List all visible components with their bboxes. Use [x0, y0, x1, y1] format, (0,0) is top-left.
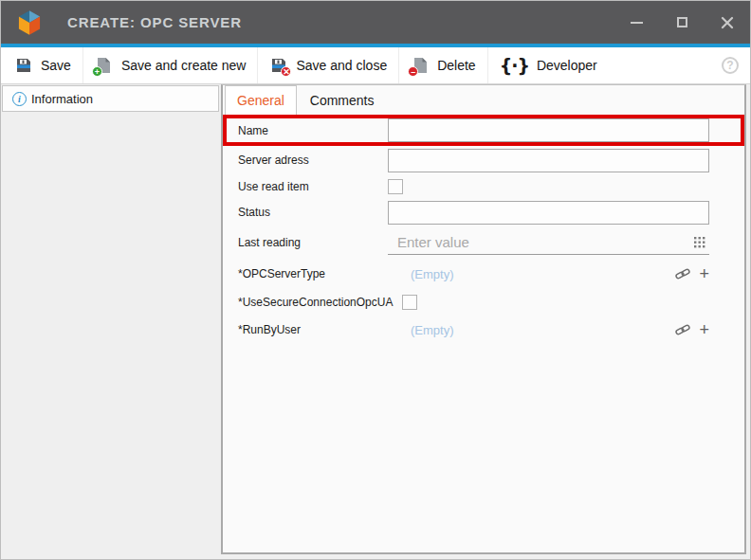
tab-comments[interactable]: Comments — [297, 85, 388, 115]
minimize-icon — [631, 22, 643, 24]
developer-label: Developer — [537, 58, 597, 73]
developer-icon: {·} — [500, 55, 529, 76]
opcservertype-value[interactable]: (Empty) — [388, 267, 454, 281]
value-picker-grid-icon[interactable] — [694, 237, 705, 248]
field-row-use-read-item: Use read item — [223, 174, 744, 198]
field-row-last-reading: Last reading — [223, 226, 744, 258]
runbyuser-value[interactable]: (Empty) — [388, 323, 454, 337]
close-badge-icon: ✕ — [281, 66, 291, 77]
save-label: Save — [41, 58, 71, 73]
field-row-server-adress: Server adress — [223, 146, 744, 174]
last-reading-input[interactable] — [388, 230, 709, 255]
field-label: Status — [238, 206, 388, 219]
field-row-runbyuser: *RunByUser (Empty) — [223, 314, 744, 346]
field-label: Name — [238, 124, 388, 137]
delete-button[interactable]: – Delete — [399, 47, 487, 83]
link-reference-icon[interactable] — [675, 323, 690, 336]
save-and-close-button[interactable]: ✕ Save and close — [258, 47, 399, 83]
toolbar: Save + Save and create new ✕ — [1, 47, 750, 84]
minus-badge-icon: – — [408, 66, 418, 77]
field-row-status: Status — [223, 198, 744, 226]
field-label: *OPCServerType — [238, 267, 388, 280]
field-label: Use read item — [238, 180, 388, 193]
tab-general-label: General — [237, 93, 284, 108]
field-row-usesecureconnectionopcua: *UseSecureConnectionOpcUA — [223, 290, 744, 314]
maximize-icon — [677, 17, 687, 27]
server-adress-input[interactable] — [388, 149, 709, 172]
save-button[interactable]: Save — [3, 47, 83, 83]
usesecureconnectionopcua-checkbox[interactable] — [402, 295, 417, 310]
field-row-name: Name — [223, 115, 744, 146]
save-icon — [14, 56, 33, 75]
minimize-button[interactable] — [614, 1, 659, 44]
help-button[interactable]: ? — [722, 57, 739, 74]
field-label: Last reading — [238, 236, 388, 249]
help-icon: ? — [726, 59, 733, 72]
developer-button[interactable]: {·} Developer — [488, 47, 609, 83]
titlebar: CREATE: OPC SERVER — [1, 1, 750, 44]
maximize-button[interactable] — [659, 1, 705, 44]
save-and-create-new-icon: + — [95, 56, 114, 75]
save-and-create-new-label: Save and create new — [121, 58, 247, 73]
app-logo-icon — [16, 9, 43, 36]
close-icon — [721, 16, 734, 29]
add-reference-icon[interactable]: + — [699, 265, 709, 282]
tab-bar: General Comments — [223, 85, 744, 115]
save-and-close-label: Save and close — [296, 58, 387, 73]
info-icon: i — [12, 92, 27, 106]
close-button[interactable] — [705, 1, 750, 44]
plus-badge-icon: + — [92, 66, 102, 77]
status-input[interactable] — [388, 201, 709, 225]
window-title: CREATE: OPC SERVER — [67, 14, 242, 30]
sidebar: i Information — [1, 84, 221, 559]
field-row-opcservertype: *OPCServerType (Empty) — [223, 258, 744, 290]
dialog-window: CREATE: OPC SERVER — [0, 0, 751, 560]
main-panel: General Comments Name Server adress — [221, 84, 746, 554]
delete-label: Delete — [437, 58, 475, 73]
window-controls — [614, 1, 750, 44]
save-and-close-icon: ✕ — [269, 56, 288, 75]
form-general: Name Server adress Use read item — [223, 115, 744, 552]
tab-general[interactable]: General — [225, 85, 297, 115]
add-reference-icon[interactable]: + — [699, 321, 709, 338]
link-reference-icon[interactable] — [675, 267, 690, 280]
name-input[interactable] — [388, 118, 709, 142]
save-and-create-new-button[interactable]: + Save and create new — [83, 47, 259, 83]
delete-icon: – — [411, 56, 430, 75]
field-label: Server adress — [238, 154, 388, 167]
dialog-body: i Information General Comments Name — [1, 84, 750, 559]
use-read-item-checkbox[interactable] — [388, 179, 403, 194]
field-label: *UseSecureConnectionOpcUA — [238, 296, 402, 309]
tab-comments-label: Comments — [310, 93, 375, 108]
field-label: *RunByUser — [238, 323, 388, 336]
sidebar-item-label: Information — [31, 92, 93, 106]
sidebar-item-information[interactable]: i Information — [2, 85, 219, 112]
